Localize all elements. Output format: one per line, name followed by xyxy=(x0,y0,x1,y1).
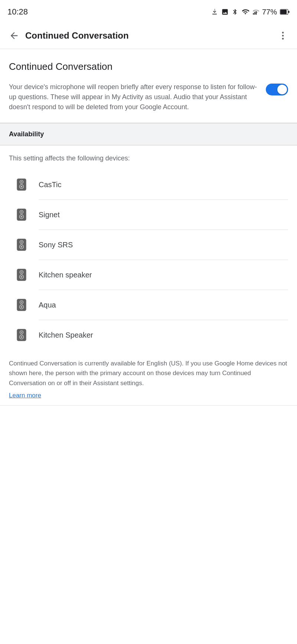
svg-rect-2 xyxy=(256,12,257,15)
footer-text: Continued Conversation is currently avai… xyxy=(9,359,288,388)
speaker-icon xyxy=(13,297,30,313)
device-name: Signet xyxy=(39,211,60,219)
speaker-icon xyxy=(13,206,30,223)
main-section: Continued Conversation Your device's mic… xyxy=(0,49,297,123)
footer-divider xyxy=(0,405,297,406)
svg-rect-0 xyxy=(253,13,254,15)
devices-section: This setting affects the following devic… xyxy=(0,146,297,350)
main-section-description: Your device's microphone will reopen bri… xyxy=(9,82,258,112)
status-icons: 77% xyxy=(211,8,290,16)
learn-more-link[interactable]: Learn more xyxy=(9,392,41,399)
toggle-slider xyxy=(266,84,288,95)
svg-point-26 xyxy=(21,271,22,273)
svg-point-23 xyxy=(21,246,23,248)
signal-icon xyxy=(252,8,259,16)
device-item: Kitchen speaker xyxy=(9,260,288,290)
back-button[interactable] xyxy=(6,27,22,44)
main-section-row: Your device's microphone will reopen bri… xyxy=(9,82,288,112)
device-item: Sony SRS xyxy=(9,230,288,260)
device-name: Sony SRS xyxy=(39,241,73,249)
svg-point-28 xyxy=(21,276,23,278)
speaker-icon xyxy=(13,327,30,343)
devices-intro-text: This setting affects the following devic… xyxy=(9,155,288,162)
svg-point-11 xyxy=(21,181,22,183)
download-icon xyxy=(211,8,218,16)
toggle-container[interactable] xyxy=(266,84,288,95)
wifi-icon xyxy=(241,8,249,16)
battery-percent: 77% xyxy=(262,8,277,16)
device-name: Aqua xyxy=(39,301,56,309)
svg-point-36 xyxy=(21,332,22,333)
speaker-icon xyxy=(13,237,30,253)
bluetooth-icon xyxy=(232,8,238,16)
speaker-icon xyxy=(13,267,30,283)
more-options-button[interactable] xyxy=(275,27,291,44)
svg-rect-1 xyxy=(254,12,255,15)
svg-point-16 xyxy=(21,211,22,213)
svg-point-13 xyxy=(21,186,23,188)
status-time: 10:28 xyxy=(7,7,28,17)
device-name: CasTic xyxy=(39,180,61,189)
page-title: Continued Conversation xyxy=(25,30,275,41)
device-item: Aqua xyxy=(9,290,288,320)
svg-point-6 xyxy=(282,32,284,33)
svg-point-33 xyxy=(21,306,23,308)
device-item: Kitchen Speaker xyxy=(9,320,288,350)
svg-point-21 xyxy=(21,241,22,243)
availability-title: Availability xyxy=(9,130,44,138)
speaker-icon xyxy=(13,176,30,193)
status-bar: 10:28 77% xyxy=(0,0,297,22)
device-item: Signet xyxy=(9,200,288,230)
svg-point-7 xyxy=(282,35,284,36)
app-bar: Continued Conversation xyxy=(0,22,297,49)
availability-section-header: Availability xyxy=(0,123,297,145)
device-name: Kitchen speaker xyxy=(39,271,92,279)
continued-conversation-toggle[interactable] xyxy=(266,84,288,95)
device-item: CasTic xyxy=(9,170,288,199)
image-icon xyxy=(221,8,229,16)
footer-section: Continued Conversation is currently avai… xyxy=(0,350,297,405)
svg-point-18 xyxy=(21,216,23,218)
svg-point-31 xyxy=(21,302,22,303)
svg-point-8 xyxy=(282,38,284,39)
svg-point-38 xyxy=(21,336,23,338)
main-section-title: Continued Conversation xyxy=(9,61,288,72)
battery-icon xyxy=(280,9,290,15)
svg-rect-4 xyxy=(280,10,287,14)
toggle-knob xyxy=(277,85,287,94)
device-name: Kitchen Speaker xyxy=(39,331,93,339)
svg-rect-5 xyxy=(288,11,289,13)
